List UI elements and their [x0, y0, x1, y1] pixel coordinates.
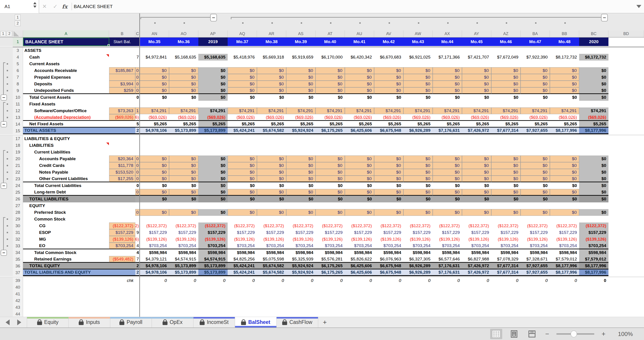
grid-cell[interactable]: $0 [550, 182, 579, 189]
grid-cell[interactable]: $6,175,265 [316, 263, 345, 269]
grid-cell[interactable]: $157,229 [140, 229, 169, 236]
grid-cell[interactable]: $5,265 [550, 121, 579, 128]
grid-cell[interactable]: $0 [374, 162, 404, 169]
grid-cell[interactable]: $5,265 [374, 121, 404, 128]
grid-cell[interactable]: $0 [140, 189, 169, 196]
grid-cell[interactable] [140, 202, 169, 209]
cell-bd[interactable] [608, 277, 644, 284]
grid-cell[interactable]: $0 [345, 182, 374, 189]
grid-cell[interactable] [286, 60, 316, 67]
grid-cell[interactable] [462, 311, 491, 317]
grid-cell[interactable]: $6,175,265 [316, 128, 345, 134]
grid-cell[interactable]: 0 [404, 277, 433, 284]
grid-cell[interactable]: $5,924,924 [286, 128, 316, 134]
grid-cell[interactable]: $5,265 [345, 121, 374, 128]
grid-cell[interactable] [579, 142, 608, 149]
grid-cell[interactable]: $8,177,996 [550, 269, 579, 276]
row-header-7[interactable]: 7 [13, 74, 23, 81]
grid-cell[interactable] [404, 202, 433, 209]
grid-cell[interactable] [257, 291, 286, 297]
grid-cell[interactable]: $598,984 [169, 249, 198, 256]
grid-cell[interactable]: $157,229 [520, 229, 550, 236]
grid-cell[interactable] [228, 304, 257, 311]
grid-cell[interactable] [198, 101, 228, 107]
grid-cell[interactable]: $0 [433, 162, 462, 169]
grid-cell[interactable] [198, 216, 228, 223]
grid-cell[interactable]: ($69,026) [433, 114, 462, 121]
grid-cell[interactable]: $5,265 [198, 121, 228, 128]
period-header[interactable]: Mo.48 [550, 37, 579, 46]
grid-cell[interactable]: $5,075,598 [257, 256, 286, 263]
grid-cell[interactable]: ($139,126) [404, 236, 433, 243]
grid-cell[interactable]: ($122,372) [198, 223, 228, 229]
grid-cell[interactable] [228, 297, 257, 304]
grid-cell[interactable]: $6,921,025 [404, 54, 433, 60]
grid-cell[interactable] [404, 291, 433, 297]
cell-b-14[interactable] [109, 121, 135, 128]
grid-cell[interactable]: $5,265 [520, 121, 550, 128]
grid-cell[interactable]: $6,076,963 [374, 256, 404, 263]
grid-cell[interactable]: $7,927,655 [520, 128, 550, 134]
grid-cell[interactable]: $0 [169, 196, 198, 202]
grid-cell[interactable]: $5,168,635 [169, 54, 198, 60]
grid-cell[interactable]: $7,672,049 [491, 54, 520, 60]
cell-c1[interactable] [135, 37, 140, 46]
cell-c-23[interactable]: 0 [135, 176, 140, 182]
grid-cell[interactable]: $703,254 [550, 243, 579, 249]
grid-cell[interactable]: $598,984 [579, 249, 608, 256]
row-header-12[interactable]: 12 [13, 107, 23, 114]
grid-cell[interactable]: $0 [316, 182, 345, 189]
grid-cell[interactable]: $0 [140, 87, 169, 94]
grid-cell[interactable]: $598,984 [228, 249, 257, 256]
grid-cell[interactable]: $0 [228, 155, 257, 162]
grid-cell[interactable] [520, 135, 550, 142]
grid-cell[interactable] [316, 101, 345, 107]
grid-cell[interactable]: $0 [316, 169, 345, 176]
grid-cell[interactable]: $5,265 [140, 121, 169, 128]
grid-cell[interactable] [140, 60, 169, 67]
grid-cell[interactable]: $0 [374, 209, 404, 216]
cell-c-43[interactable] [135, 304, 140, 311]
cell-label-44[interactable] [23, 311, 109, 317]
grid-cell[interactable]: ($139,126) [491, 236, 520, 243]
grid-cell[interactable] [462, 216, 491, 223]
grid-cell[interactable]: $0 [169, 155, 198, 162]
grid-cell[interactable]: $5,669,318 [257, 54, 286, 60]
grid-cell[interactable] [550, 284, 579, 291]
cell-label-23[interactable]: Other Current Liabilities [23, 176, 109, 182]
cell-label-3[interactable]: ASSETS [23, 47, 109, 54]
cell-bd[interactable] [608, 263, 644, 269]
grid-cell[interactable]: $0 [228, 209, 257, 216]
grid-cell[interactable]: $7,922,390 [520, 54, 550, 60]
grid-cell[interactable] [404, 216, 433, 223]
grid-cell[interactable]: $4,978,106 [140, 128, 169, 134]
grid-cell[interactable]: $0 [404, 67, 433, 74]
grid-cell[interactable]: $0 [228, 189, 257, 196]
grid-cell[interactable] [316, 149, 345, 155]
cell-c-36[interactable]: 2 [135, 263, 140, 269]
cell-label-34[interactable]: Total Common Stock [23, 249, 109, 256]
grid-cell[interactable]: $0 [345, 176, 374, 182]
grid-cell[interactable]: $0 [316, 155, 345, 162]
grid-cell[interactable]: $0 [520, 87, 550, 94]
cell-b-15[interactable] [109, 128, 135, 134]
grid-cell[interactable] [316, 216, 345, 223]
cell-c-11[interactable] [135, 101, 140, 107]
cell-b-36[interactable] [109, 263, 135, 269]
grid-cell[interactable]: $0 [286, 189, 316, 196]
grid-cell[interactable]: ($139,126) [169, 236, 198, 243]
grid-cell[interactable]: ($69,026) [550, 114, 579, 121]
cell-b-4[interactable] [109, 54, 135, 60]
grid-cell[interactable]: $0 [550, 169, 579, 176]
grid-cell[interactable] [491, 149, 520, 155]
grid-cell[interactable]: $0 [286, 155, 316, 162]
grid-cell[interactable] [140, 311, 169, 317]
grid-cell[interactable] [374, 149, 404, 155]
grid-cell[interactable]: $0 [169, 81, 198, 87]
grid-cell[interactable] [404, 47, 433, 54]
grid-cell[interactable] [169, 291, 198, 297]
grid-cell[interactable]: $703,254 [228, 243, 257, 249]
grid-cell[interactable] [491, 135, 520, 142]
grid-cell[interactable] [316, 135, 345, 142]
grid-cell[interactable] [579, 135, 608, 142]
